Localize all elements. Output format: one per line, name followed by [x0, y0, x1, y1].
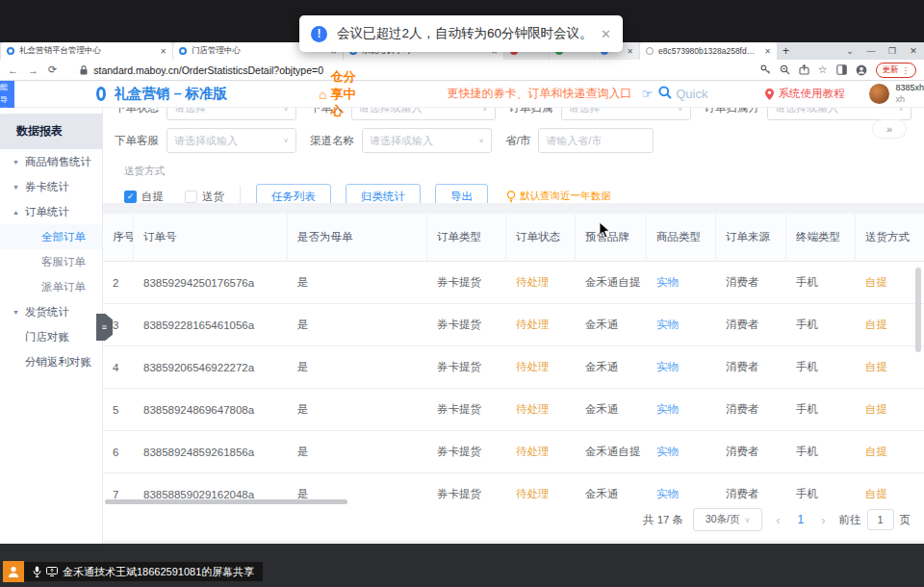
- window-maximize-button[interactable]: ❐: [882, 46, 903, 56]
- browser-menu-icon[interactable]: ⌄: [839, 46, 860, 56]
- warehouse-share-center-link[interactable]: ⌂ 仓分享中心: [319, 68, 356, 120]
- profile-icon[interactable]: [856, 64, 867, 76]
- chevron-down-icon: ∨: [482, 108, 488, 112]
- sidebar-item-order-stats[interactable]: ▲ 订单统计: [0, 199, 102, 224]
- data-range-tip: 默认查询近一年数据: [506, 190, 611, 203]
- username-sub: xh: [895, 94, 924, 105]
- quick-label: Quick: [676, 87, 707, 101]
- chevron-down-icon: ∨: [898, 108, 904, 112]
- site-favicon: [179, 47, 187, 55]
- sidebar-item-service-orders[interactable]: 客服订单: [0, 249, 102, 274]
- new-tab-button[interactable]: +: [783, 44, 789, 58]
- delivery-method-label: 送货方式: [124, 165, 924, 178]
- order-owner-select[interactable]: 请选择 ∨: [561, 108, 691, 120]
- order-status-select[interactable]: 请选择 ∨: [167, 108, 296, 120]
- tab-close-icon[interactable]: ✕: [160, 47, 167, 56]
- bookmark-star-icon[interactable]: ☆: [818, 64, 828, 76]
- screen: 礼盒营销平台管理中心 ✕ 门店管理中心 ✕ 系统培训学习 ✕ ✕ e8: [0, 0, 924, 587]
- pointing-finger-icon: ☞: [642, 87, 654, 101]
- orderer-select[interactable]: 请选择或输入 ∨: [351, 108, 496, 120]
- mouse-cursor: [599, 221, 610, 242]
- password-key-icon[interactable]: [760, 64, 771, 75]
- address-bar-actions: ☆ 更新 ⋮: [760, 63, 916, 78]
- expand-filters-button[interactable]: »: [872, 119, 907, 139]
- share-bar-text: 金禾通技术王斌18662591081的屏幕共享: [63, 565, 254, 579]
- table-row[interactable]: 5 83858924869647808a 是 券卡提货 待处理 金禾通 实物 消…: [103, 389, 924, 431]
- goto-page-input[interactable]: 1: [867, 509, 894, 530]
- desktop-bottom-band: 金禾通技术王斌18662591081的屏幕共享: [0, 544, 924, 587]
- zoom-icon[interactable]: [780, 64, 790, 75]
- filter-panel: 下单状态 请选择 ∨ 下单人 请选择或输入 ∨ 订单归属 请选择 ∨: [103, 108, 924, 203]
- sidebar-item-all-orders[interactable]: 全部订单: [0, 224, 102, 249]
- toast-close-icon[interactable]: ✕: [593, 27, 611, 41]
- user-account[interactable]: 8385xh xh: [869, 83, 924, 105]
- task-list-button[interactable]: 任务列表: [256, 184, 331, 203]
- category-stats-button[interactable]: 归类统计: [346, 184, 421, 203]
- sidebar-collapse-handle[interactable]: ≡: [96, 314, 113, 341]
- function-nav-toggle[interactable]: 功能 导航: [0, 81, 14, 108]
- table-row[interactable]: 7 83858859029162048a 是 券卡提货 待处理 金禾通 实物 消…: [103, 473, 924, 500]
- self-pickup-checkbox[interactable]: ✓: [124, 191, 137, 203]
- user-avatar: [869, 84, 889, 104]
- chevron-down-icon: ∨: [745, 516, 751, 524]
- url-text[interactable]: standard.maboy.cn/OrderStatisticsDetail?…: [93, 64, 323, 76]
- app-title: 礼盒营销 – 标准版: [114, 85, 227, 103]
- current-page[interactable]: 1: [793, 513, 808, 526]
- window-close-button[interactable]: ✕: [903, 46, 924, 56]
- sidebar-item-dispatch-orders[interactable]: 派单订单: [0, 274, 102, 299]
- sharer-avatar: [3, 561, 24, 582]
- reload-icon[interactable]: ⟳: [48, 64, 57, 76]
- share-icon[interactable]: [799, 64, 809, 75]
- table-row[interactable]: 3 83859228165461056a 是 券卡提货 待处理 金禾通 实物 消…: [103, 304, 924, 346]
- table-horizontal-scrollbar[interactable]: [105, 499, 347, 504]
- app-header: 功能 导航 礼盒营销 – 标准版 ⌂ 仓分享中心 更快捷的券卡、订单和快递查询入…: [0, 81, 924, 108]
- table-vertical-scrollbar[interactable]: [915, 268, 921, 352]
- split-screen-icon[interactable]: [836, 64, 847, 75]
- table-row[interactable]: 6 83858924859261856a 是 券卡提货 待处理 金禾通自提 实物…: [103, 431, 924, 473]
- chrome-update-button[interactable]: 更新 ⋮: [876, 63, 917, 78]
- filter-row-clipped: 下单状态 请选择 ∨ 下单人 请选择或输入 ∨ 订单归属 请选择 ∨: [109, 108, 924, 120]
- lock-icon: [80, 62, 88, 79]
- browser-tab-gift-admin[interactable]: 礼盒营销平台管理中心 ✕: [1, 42, 172, 60]
- window-minimize-button[interactable]: —: [860, 46, 882, 56]
- chevron-down-icon: ▼: [13, 184, 25, 191]
- site-favicon: [7, 47, 14, 55]
- table-row[interactable]: 2 83859294250176576a 是 券卡提货 待处理 金禾通自提 实物…: [103, 262, 924, 304]
- service-agent-select[interactable]: 请选择或输入 ∨: [167, 128, 296, 153]
- filter-row-2: 下单客服 请选择或输入 ∨ 渠道名称 请选择或输入 ∨ 省/市 请输入省/市: [109, 128, 924, 153]
- system-tutorial-link[interactable]: 系统使用教程: [765, 87, 844, 101]
- tab-title: 礼盒营销平台管理中心: [19, 45, 154, 57]
- main-area: 下单状态 请选择 ∨ 下单人 请选择或输入 ∨ 订单归属 请选择 ∨: [103, 108, 924, 544]
- sidebar-item-distribution-rebate[interactable]: 分销返利对账: [0, 349, 102, 374]
- goto-label: 前往: [839, 513, 861, 527]
- next-page-button[interactable]: ›: [817, 513, 829, 527]
- browser-tab-hash[interactable]: e8c573980b1328a258fd2e6f8 ✕: [640, 42, 777, 60]
- quick-tip-text: 更快捷的券卡、订单和快递查询入口: [448, 86, 632, 102]
- channel-name-select[interactable]: 请选择或输入 ∨: [362, 128, 492, 153]
- total-count: 共 17 条: [643, 513, 683, 527]
- delivery-checkbox[interactable]: [185, 191, 197, 203]
- sidebar: 数据报表 ▼ 商品销售统计 ▼ 券卡统计 ▲ 订单统计 全部订单 客服订单 派单…: [0, 108, 103, 544]
- chevron-down-icon: ▼: [13, 309, 25, 316]
- person-icon: [7, 565, 20, 578]
- table-body: 2 83859294250176576a 是 券卡提货 待处理 金禾通自提 实物…: [103, 262, 924, 500]
- checkmark-icon: ✓: [127, 191, 135, 201]
- sidebar-item-product-sales-stats[interactable]: ▼ 商品销售统计: [0, 149, 102, 174]
- prev-page-button[interactable]: ‹: [772, 513, 783, 527]
- screen-share-icon: [46, 567, 58, 576]
- page-size-select[interactable]: 30条/页 ∨: [693, 508, 762, 531]
- sidebar-item-shipping-stats[interactable]: ▼ 发货统计: [0, 299, 102, 324]
- tab-close-icon[interactable]: ✕: [764, 47, 771, 56]
- export-button[interactable]: 导出: [435, 184, 488, 203]
- lightbulb-icon: [506, 191, 516, 203]
- chevron-down-icon: ∨: [283, 108, 289, 112]
- toast-message: 会议已超过2人，自动转为60分钟限时会议。: [337, 25, 593, 42]
- sidebar-item-coupon-stats[interactable]: ▼ 券卡统计: [0, 174, 102, 199]
- province-city-input[interactable]: 请输入省/市: [538, 128, 654, 153]
- quick-search-entry[interactable]: 更快捷的券卡、订单和快递查询入口 ☞ Quick: [448, 86, 708, 103]
- forward-icon[interactable]: →: [28, 64, 38, 76]
- goto-suffix: 页: [900, 513, 911, 527]
- table-row[interactable]: 4 83859206546922272a 是 券卡提货 待处理 金禾通 实物 消…: [103, 346, 924, 389]
- tab-close-icon[interactable]: ✕: [627, 47, 633, 56]
- sidebar-item-store-reconciliation[interactable]: 门店对账: [0, 324, 102, 349]
